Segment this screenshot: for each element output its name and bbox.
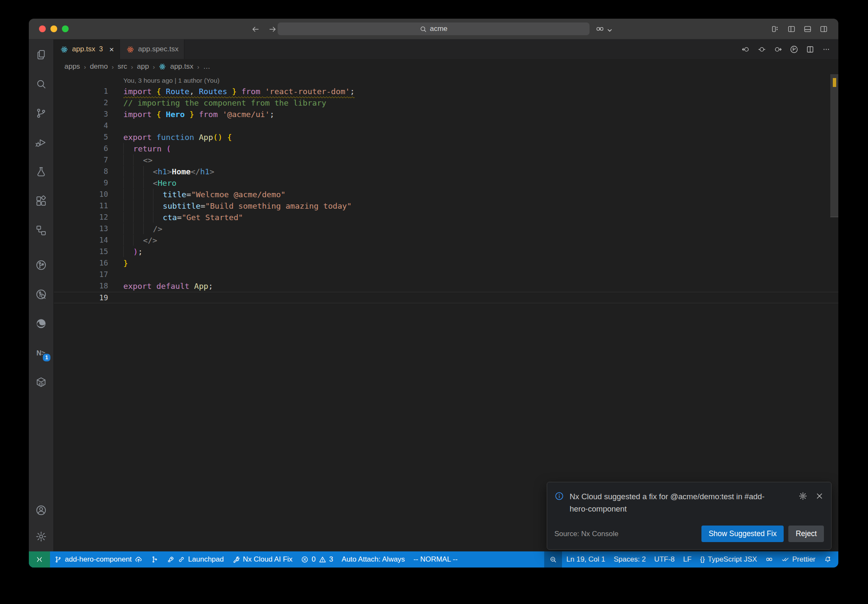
search-icon <box>420 25 427 33</box>
statusbar-git-branch[interactable]: add-hero-component <box>50 551 147 568</box>
split-editor-icon[interactable] <box>806 45 815 54</box>
line-content: ); <box>123 246 143 257</box>
label: 3 <box>329 555 333 564</box>
label: LF <box>683 555 692 564</box>
breadcrumb-item[interactable]: … <box>203 62 210 71</box>
navigate-forward-icon[interactable] <box>268 25 277 34</box>
rocket-icon <box>167 556 175 563</box>
line-content: return ( <box>123 143 171 154</box>
label: UTF-8 <box>654 555 675 564</box>
statusbar-vim-mode[interactable]: -- NORMAL -- <box>409 551 462 568</box>
activity-containers-icon[interactable] <box>31 372 51 392</box>
toggle-secondary-sidebar-icon[interactable] <box>819 25 828 34</box>
branch-icon <box>54 556 62 563</box>
activity-gitlens-icon[interactable] <box>31 255 51 275</box>
notification-source: Source: Nx Console <box>554 530 618 538</box>
code-line: 7<> <box>54 154 838 166</box>
statusbar-auto-attach[interactable]: Auto Attach: Always <box>337 551 409 568</box>
maximize-window-button[interactable] <box>62 25 69 32</box>
activity-gitlens-inspect-icon[interactable] <box>31 285 51 304</box>
statusbar-copilot-status[interactable] <box>761 551 777 568</box>
title-bar: acme <box>29 19 838 39</box>
line-content: import { Route, Routes } from 'react-rou… <box>123 86 355 97</box>
show-suggested-fix-button[interactable]: Show Suggested Fix <box>701 526 784 542</box>
tab-label: app.tsx <box>72 45 95 53</box>
breadcrumb-item[interactable]: app.tsx <box>170 62 193 71</box>
statusbar-formatter[interactable]: Prettier <box>777 551 820 568</box>
notification-close-icon[interactable] <box>815 492 824 501</box>
code-line: 5export function App() { <box>54 131 838 143</box>
toggle-primary-sidebar-icon[interactable] <box>787 25 796 34</box>
statusbar-remote-indicator[interactable] <box>29 551 50 568</box>
more-actions-icon[interactable] <box>822 45 831 54</box>
react-icon <box>159 63 166 70</box>
statusbar-encoding[interactable]: UTF-8 <box>650 551 679 568</box>
line-content: export function App() { <box>123 131 232 143</box>
line-number: 8 <box>54 166 108 177</box>
scrollbar-slider[interactable] <box>830 74 838 217</box>
label: Ln 19, Col 1 <box>566 555 605 564</box>
label: {} <box>700 555 705 564</box>
double-check-icon <box>782 556 789 563</box>
tab-app-tsx[interactable]: app.tsx 3 × <box>54 39 120 59</box>
statusbar-eol[interactable]: LF <box>679 551 696 568</box>
breadcrumb[interactable]: apps›demo›src›app›app.tsx›… <box>54 59 838 74</box>
activity-testing-icon[interactable] <box>31 162 51 182</box>
breadcrumb-item[interactable]: src <box>117 62 127 71</box>
activity-source-control-icon[interactable] <box>31 103 51 123</box>
code-line: 8<h1>Home</h1> <box>54 166 838 177</box>
line-content: <h1>Home</h1> <box>123 166 214 177</box>
copilot-icon <box>595 25 604 34</box>
customize-layout-icon[interactable] <box>771 25 780 34</box>
run-commit-graph-icon[interactable] <box>790 45 798 54</box>
statusbar-problems[interactable]: 03 <box>297 551 337 568</box>
activity-search-icon[interactable] <box>31 74 51 94</box>
nav-point-circle-icon[interactable] <box>757 45 766 54</box>
line-content: import { Hero } from '@acme/ui'; <box>123 109 274 120</box>
nav-back-circle-icon[interactable] <box>741 45 750 54</box>
line-content: <> <box>123 154 153 166</box>
statusbar-launchpad[interactable]: Launchpad <box>163 551 228 568</box>
statusbar-language-mode[interactable]: {}TypeScript JSX <box>696 551 762 568</box>
breadcrumb-separator: › <box>153 63 155 70</box>
command-center-search[interactable]: acme <box>278 22 590 35</box>
activity-explorer-icon[interactable] <box>31 45 51 64</box>
activity-run-debug-icon[interactable] <box>31 133 51 152</box>
label: TypeScript JSX <box>708 555 757 564</box>
close-tab-icon[interactable]: × <box>109 45 114 53</box>
breadcrumb-item[interactable]: demo <box>90 62 108 71</box>
nav-forward-circle-icon[interactable] <box>773 45 782 54</box>
editor-scrollbar[interactable] <box>830 74 838 551</box>
activity-settings-icon[interactable] <box>31 527 51 546</box>
line-number: 10 <box>54 189 108 200</box>
code-line: 15); <box>54 246 838 257</box>
activity-edge-tools-icon[interactable] <box>31 314 51 333</box>
label: Launchpad <box>188 555 224 564</box>
code-editor[interactable]: You, 3 hours ago | 1 author (You) 1impor… <box>54 74 838 551</box>
activity-account-icon[interactable] <box>31 501 51 520</box>
window-controls <box>39 25 69 32</box>
statusbar-zoom-indicator[interactable] <box>544 551 562 568</box>
statusbar-notifications-bell[interactable] <box>820 551 836 568</box>
code-line: 16} <box>54 257 838 269</box>
line-content: title="Welcmoe @acme/demo" <box>123 189 286 200</box>
activity-nx-console-icon[interactable]: N>1 <box>31 343 51 363</box>
minimize-window-button[interactable] <box>50 25 57 32</box>
reject-button[interactable]: Reject <box>788 526 824 542</box>
statusbar-indentation[interactable]: Spaces: 2 <box>609 551 650 568</box>
line-number: 1 <box>54 86 108 97</box>
tab-strip: app.tsx 3 × app.spec.tsx <box>54 39 838 59</box>
tab-app-spec-tsx[interactable]: app.spec.tsx <box>120 39 184 59</box>
toggle-panel-icon[interactable] <box>803 25 812 34</box>
breadcrumb-item[interactable]: apps <box>64 62 80 71</box>
breadcrumb-item[interactable]: app <box>137 62 149 71</box>
statusbar-nx-cloud-ai-fix[interactable]: Nx Cloud AI Fix <box>228 551 297 568</box>
copilot-menu[interactable] <box>595 25 612 34</box>
activity-extensions-icon[interactable] <box>31 191 51 211</box>
activity-references-icon[interactable] <box>31 221 51 240</box>
close-window-button[interactable] <box>39 25 46 32</box>
statusbar-cursor-position[interactable]: Ln 19, Col 1 <box>562 551 609 568</box>
notification-settings-gear-icon[interactable] <box>798 492 807 501</box>
navigate-back-icon[interactable] <box>251 25 260 34</box>
statusbar-commit-graph[interactable] <box>147 551 163 568</box>
